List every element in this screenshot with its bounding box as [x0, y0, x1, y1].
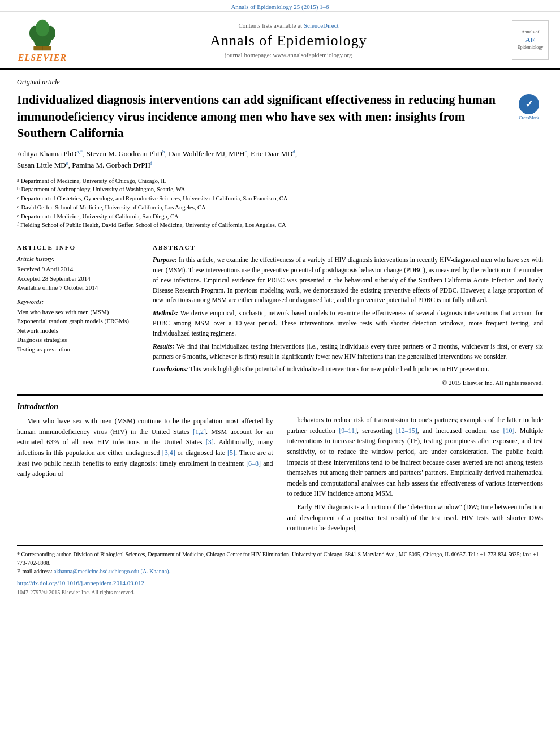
history-label: Article history: — [17, 255, 132, 262]
author-2: Steven M. Goodreau PhDb — [87, 149, 165, 158]
accepted-date: Accepted 28 September 2014 — [17, 274, 132, 284]
received-date: Received 9 April 2014 — [17, 264, 132, 274]
journal-header: ELSEVIER Contents lists available at Sci… — [0, 12, 560, 70]
author-6: Pamina M. Gorbach DrPHf — [72, 161, 152, 169]
author-5: Susan Little MDe — [17, 161, 68, 169]
article-content: Original article Individualized diagnosi… — [0, 70, 560, 604]
email-link[interactable]: akhanna@medicine.bsd.uchicago.edu (A. Kh… — [54, 568, 170, 574]
article-info-header: ARTICLE INFO — [17, 244, 132, 251]
journal-logo-box: Annals of AE Epidemiology — [512, 20, 549, 60]
copyright-line: © 2015 Elsevier Inc. All rights reserved… — [153, 379, 543, 386]
ref-10[interactable]: [10] — [503, 427, 514, 435]
abstract-results: Results: We find that individualized tes… — [153, 342, 543, 362]
journal-main-title: Annals of Epidemiology — [74, 32, 503, 49]
doi-link[interactable]: http://dx.doi.org/10.1016/j.annepidem.20… — [17, 579, 144, 586]
article-title-row: Individualized diagnosis interventions c… — [17, 91, 543, 141]
ref-5[interactable]: [5] — [227, 449, 235, 457]
issn-line: 1047-2797/© 2015 Elsevier Inc. All right… — [17, 589, 543, 595]
article-info-column: ARTICLE INFO Article history: Received 9… — [17, 244, 141, 386]
elsevier-tree-icon — [23, 18, 62, 51]
footnote-section: * Corresponding author. Division of Biol… — [17, 545, 543, 595]
keyword-item: Men who have sex with men (MSM) — [17, 307, 132, 317]
ref-9-11[interactable]: [9–11] — [339, 427, 357, 435]
affiliations-section: aDepartment of Medicine, University of C… — [17, 177, 543, 230]
crossmark-label: CrossMark — [519, 115, 539, 121]
body-col-right: behaviors to reduce risk of transmission… — [287, 402, 544, 536]
keywords-label: Keywords: — [17, 298, 132, 305]
abstract-header: ABSTRACT — [153, 244, 543, 251]
affiliation-item: cDepartment of Obstetrics, Gynecology, a… — [17, 194, 543, 203]
keywords-section: Keywords: Men who have sex with men (MSM… — [17, 298, 132, 354]
journal-reference: Annals of Epidemiology 25 (2015) 1–6 — [0, 0, 560, 12]
affiliation-item: bDepartment of Anthropology, University … — [17, 185, 543, 194]
keyword-item: Diagnosis strategies — [17, 335, 132, 345]
crossmark-icon: ✓ — [519, 94, 539, 114]
sciencedirect-link[interactable]: ScienceDirect — [304, 22, 339, 29]
journal-title-section: Contents lists available at ScienceDirec… — [74, 22, 503, 58]
keyword-item: Testing as prevention — [17, 345, 132, 354]
article-title: Individualized diagnosis interventions c… — [17, 91, 509, 141]
abstract-methods: Methods: We derive empirical, stochastic… — [153, 308, 543, 338]
email-address-note: E-mail address: akhanna@medicine.bsd.uch… — [17, 567, 543, 576]
available-date: Available online 7 October 2014 — [17, 283, 132, 293]
author-1: Aditya Khanna PhDa,* — [17, 149, 83, 158]
affiliation-item: aDepartment of Medicine, University of C… — [17, 177, 543, 186]
elsevier-logo: ELSEVIER — [11, 18, 74, 63]
affiliation-item: fFielding School of Public Health, David… — [17, 221, 543, 230]
keyword-item: Exponential random graph models (ERGMs) — [17, 316, 132, 326]
intro-text-col1: Men who have sex with men (MSM) continue… — [17, 416, 273, 479]
ref-12-15[interactable]: [12–15] — [396, 427, 417, 435]
abstract-text: Purpose: In this article, we examine the… — [153, 255, 543, 375]
body-col-left: Introduction Men who have sex with men (… — [17, 402, 273, 536]
authors-section: Aditya Khanna PhDa,*, Steven M. Goodreau… — [17, 148, 543, 171]
body-divider — [17, 394, 543, 396]
abstract-conclusions: Conclusions: This work highlights the po… — [153, 364, 543, 375]
corresponding-author-note: * Corresponding author. Division of Biol… — [17, 550, 543, 567]
abstract-purpose: Purpose: In this article, we examine the… — [153, 255, 543, 306]
author-4: Eric Daar MDd — [251, 149, 295, 158]
contents-line: Contents lists available at ScienceDirec… — [74, 22, 503, 29]
article-type-label: Original article — [17, 78, 543, 87]
journal-homepage: journal homepage: www.annalsofepidemiolo… — [74, 51, 503, 58]
journal-logo-right: Annals of AE Epidemiology — [503, 20, 549, 60]
keywords-list: Men who have sex with men (MSM)Exponenti… — [17, 307, 132, 354]
author-3: Dan Wohlfeiler MJ, MPHc — [169, 149, 247, 158]
intro-text-col2: behaviors to reduce risk of transmission… — [287, 415, 544, 534]
ref-6-8[interactable]: [6–8] — [246, 460, 261, 467]
body-content: Introduction Men who have sex with men (… — [17, 402, 543, 536]
ref-3[interactable]: [3] — [206, 438, 214, 446]
elsevier-brand-text: ELSEVIER — [18, 53, 67, 63]
ref-1-2[interactable]: [1,2] — [193, 428, 206, 436]
abstract-column: ABSTRACT Purpose: In this article, we ex… — [153, 244, 543, 386]
svg-point-4 — [36, 20, 49, 37]
crossmark-badge: ✓ CrossMark — [515, 94, 543, 121]
intro-title: Introduction — [17, 402, 273, 411]
affiliation-item: eDepartment of Medicine, University of C… — [17, 212, 543, 221]
divider-1 — [17, 237, 543, 237]
info-abstract-section: ARTICLE INFO Article history: Received 9… — [17, 244, 543, 386]
affiliation-item: dDavid Geffen School of Medicine, Univer… — [17, 203, 543, 212]
keyword-item: Network models — [17, 326, 132, 336]
ref-3-4[interactable]: [3,4] — [162, 449, 175, 457]
